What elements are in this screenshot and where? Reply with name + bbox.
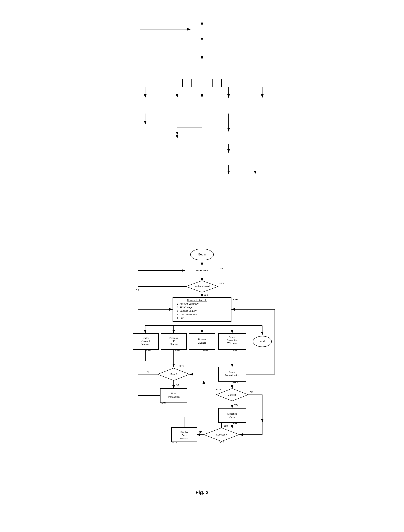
display-balance-label: Display [198, 338, 206, 341]
page: Begin Enter PIN S202 Authenticated S204 … [118, 0, 286, 506]
display-acct-summary-label: Display [142, 337, 150, 339]
yes-auth-label: Yes [204, 294, 208, 296]
print-trans-label: Print [171, 392, 176, 395]
no-auth-label: No [136, 288, 139, 291]
svg-rect-41 [219, 408, 246, 423]
display-error-label3: Reason [180, 437, 188, 440]
s214-label: S214 [233, 348, 238, 351]
select-denom-label2: Denomination [225, 374, 239, 377]
process-pin-label3: Change [170, 343, 178, 345]
display-balance-label2: Balance [198, 342, 206, 344]
s224-label: S224 [233, 421, 238, 424]
s226-label: S226 [219, 441, 224, 443]
dispense-cash-label: Dispense [227, 412, 237, 415]
no-confirm-label: No [250, 391, 253, 393]
s204-label: S204 [219, 282, 224, 285]
select-amount-label3: Withdraw [227, 342, 237, 344]
no-print-label: No [147, 371, 150, 374]
display-acct-summary-label3: Summary [141, 343, 151, 345]
process-pin-label2: PIN [172, 340, 176, 342]
s222-label: S222 [215, 388, 221, 391]
allow-sel-2: 2. PIN Change [177, 306, 192, 309]
success-label: Success? [216, 433, 227, 436]
select-amount-label2: Amount to [227, 339, 237, 342]
diagram [122, 7, 282, 247]
no-success-label: No [199, 431, 202, 433]
end-label: End [260, 340, 265, 343]
s206-label: S206 [233, 298, 238, 301]
s220-label-top: S220 [233, 380, 238, 383]
begin-label: Begin [198, 253, 206, 256]
display-acct-summary-label2: Account [142, 340, 150, 342]
allow-sel-4: 4. Cash Withdrawal [177, 313, 197, 316]
yes-confirm-label: Yes [234, 403, 238, 406]
print-question-label: Print? [170, 373, 177, 376]
s208-label: S208 [146, 348, 152, 351]
confirm-label: Confirm [228, 393, 236, 396]
fig-label: Fig. 2 [121, 490, 283, 495]
display-error-label: Display [181, 431, 188, 433]
s202-label: S202 [220, 267, 226, 270]
s228-label: S228 [171, 441, 177, 444]
display-error-label2: Error [182, 434, 187, 437]
allow-selection-title: Allow selection of: [187, 299, 207, 302]
s216-label: S216 [179, 365, 184, 367]
s218-label: S218 [161, 402, 166, 404]
yes-print-label: Yes [175, 383, 179, 386]
allow-sel-3: 3. Balance Enquiry [177, 310, 197, 312]
enter-pin-label: Enter PIN [196, 269, 208, 272]
flowchart-svg: Begin Enter PIN S202 Authenticated S204 … [122, 247, 282, 486]
yes-success-label: Yes [224, 424, 228, 427]
allow-sel-5: 5. Exit [177, 317, 184, 319]
authenticated-label: Authenticated [194, 285, 210, 288]
dispense-cash-label2: Cash [229, 416, 235, 419]
allow-sel-1: 1. Account Summary [177, 303, 198, 305]
process-pin-label: Process [170, 337, 178, 339]
arrows-svg [122, 7, 282, 247]
select-denom-label: Select [229, 371, 235, 374]
select-amount-label: Select [229, 336, 235, 338]
print-trans-label2: Transaction [168, 396, 179, 398]
s210-label: S210 [175, 348, 181, 351]
s212-label: S212 [203, 348, 208, 351]
